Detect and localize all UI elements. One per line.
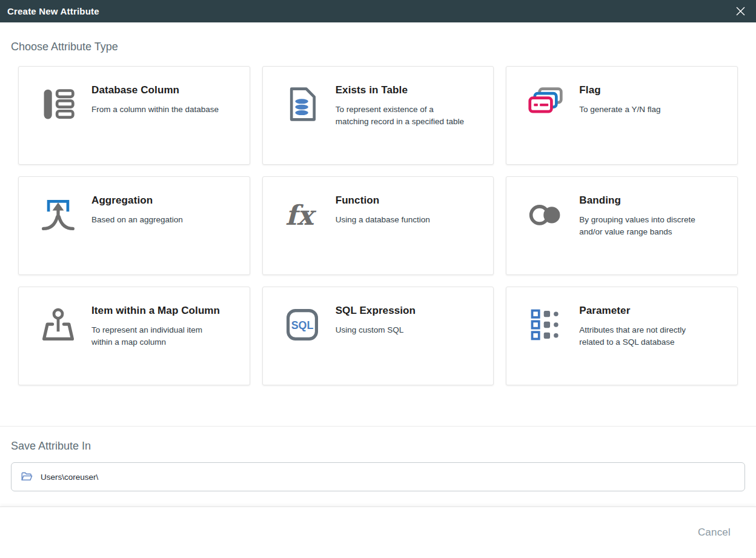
- card-description: To represent existence of a matching rec…: [336, 104, 469, 128]
- save-location-input[interactable]: Users\coreuser\: [11, 462, 745, 491]
- choose-attribute-type-heading: Choose Attribute Type: [11, 39, 745, 54]
- svg-text:SQL: SQL: [291, 319, 313, 331]
- card-description: To represent an individual item within a…: [91, 324, 225, 348]
- document-database-icon: [284, 86, 320, 122]
- merge-arrow-icon: [40, 196, 76, 233]
- overlapping-circles-icon: [528, 196, 564, 233]
- save-attribute-in-heading: Save Attribute In: [11, 439, 745, 453]
- database-column-icon: [40, 86, 76, 122]
- card-title: Banding: [579, 194, 726, 207]
- card-title: Function: [336, 194, 483, 207]
- card-title: Database Column: [91, 84, 239, 97]
- close-button[interactable]: [732, 3, 749, 20]
- card-title: Exists in Table: [336, 84, 483, 97]
- card-description: From a column within the database: [91, 104, 225, 116]
- card-banding[interactable]: Banding By grouping values into discrete…: [506, 176, 738, 275]
- card-description: Based on an aggregation: [91, 214, 225, 226]
- sql-box-icon: SQL: [284, 307, 320, 343]
- stacked-flags-icon: [528, 86, 564, 122]
- create-new-attribute-dialog: Create New Attribute Choose Attribute Ty…: [0, 0, 756, 558]
- cancel-button[interactable]: Cancel: [698, 526, 731, 539]
- dialog-header: Create New Attribute: [0, 0, 756, 22]
- card-title: Aggregation: [91, 194, 239, 207]
- open-folder-icon: [21, 472, 33, 482]
- close-icon: [735, 6, 746, 16]
- svg-text:fx: fx: [285, 199, 316, 231]
- card-database-column[interactable]: Database Column From a column within the…: [18, 66, 250, 165]
- card-title: Item within a Map Column: [91, 304, 239, 317]
- card-parameter[interactable]: Parameter Attributes that are not direct…: [506, 287, 738, 385]
- card-description: Using a database function: [336, 214, 469, 226]
- dialog-footer: Cancel: [0, 507, 756, 558]
- card-description: Attributes that are not directly related…: [579, 324, 712, 348]
- dialog-title: Create New Attribute: [7, 6, 99, 16]
- section-divider: [0, 426, 756, 427]
- card-description: Using custom SQL: [336, 324, 469, 336]
- attribute-type-grid: Database Column From a column within the…: [18, 66, 738, 385]
- card-sql-expression[interactable]: SQL SQL Expression Using custom SQL: [262, 287, 494, 385]
- card-description: To generate a Y/N flag: [579, 104, 712, 116]
- card-title: Parameter: [579, 304, 726, 317]
- card-aggregation[interactable]: Aggregation Based on an aggregation: [18, 176, 250, 275]
- card-exists-in-table[interactable]: Exists in Table To represent existence o…: [262, 66, 494, 165]
- card-title: Flag: [579, 84, 726, 97]
- card-item-within-map-column[interactable]: Item within a Map Column To represent an…: [18, 287, 250, 385]
- card-title: SQL Expression: [336, 304, 483, 317]
- grid-squares-icon: [528, 307, 564, 343]
- save-path-value: Users\coreuser\: [41, 473, 98, 482]
- card-description: By grouping values into discrete and/or …: [579, 214, 712, 238]
- card-function[interactable]: fx Function Using a database function: [262, 176, 494, 275]
- fx-icon: fx: [284, 196, 320, 233]
- map-pin-icon: [40, 307, 76, 343]
- card-flag[interactable]: Flag To generate a Y/N flag: [506, 66, 738, 165]
